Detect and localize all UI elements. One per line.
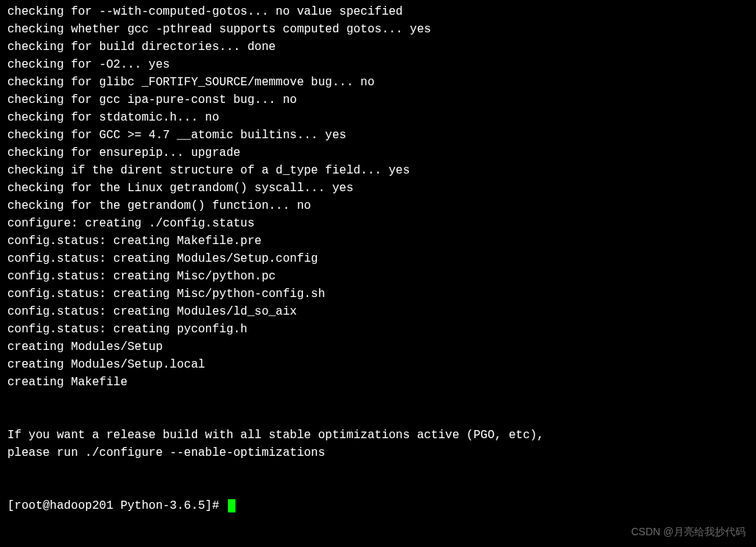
output-line — [7, 479, 749, 497]
output-line: please run ./configure --enable-optimiza… — [7, 444, 749, 462]
output-line: checking for gcc ipa-pure-const bug... n… — [7, 91, 749, 109]
output-line: config.status: creating Makefile.pre — [7, 232, 749, 250]
terminal-output: checking for --with-computed-gotos... no… — [7, 3, 749, 497]
output-line: creating Modules/Setup.local — [7, 356, 749, 373]
output-line: config.status: creating Misc/python.pc — [7, 268, 749, 285]
output-line: checking for ensurepip... upgrade — [7, 144, 749, 162]
output-line: checking for glibc _FORTIFY_SOURCE/memmo… — [7, 74, 749, 91]
output-line: If you want a release build with all sta… — [7, 426, 749, 444]
watermark-text: CSDN @月亮给我抄代码 — [631, 524, 746, 540]
output-line: checking for GCC >= 4.7 __atomic builtin… — [7, 126, 749, 144]
output-line — [7, 391, 749, 409]
output-line: checking for build directories... done — [7, 38, 749, 56]
output-line: checking for -O2... yes — [7, 56, 749, 74]
output-line: config.status: creating Modules/ld_so_ai… — [7, 303, 749, 321]
output-line: creating Makefile — [7, 373, 749, 391]
output-line: checking for the Linux getrandom() sysca… — [7, 179, 749, 197]
output-line — [7, 462, 749, 479]
output-line: checking if the dirent structure of a d_… — [7, 162, 749, 179]
output-line: checking for stdatomic.h... no — [7, 109, 749, 126]
output-line: config.status: creating Modules/Setup.co… — [7, 250, 749, 268]
output-line: checking for --with-computed-gotos... no… — [7, 3, 749, 21]
output-line: checking whether gcc -pthread supports c… — [7, 21, 749, 38]
output-line: config.status: creating Misc/python-conf… — [7, 285, 749, 303]
output-line: creating Modules/Setup — [7, 338, 749, 356]
output-line: configure: creating ./config.status — [7, 215, 749, 232]
cursor-icon — [228, 499, 235, 512]
shell-prompt: [root@hadoop201 Python-3.6.5]# — [7, 497, 227, 515]
output-line — [7, 409, 749, 426]
prompt-line[interactable]: [root@hadoop201 Python-3.6.5]# — [7, 497, 749, 515]
output-line: config.status: creating pyconfig.h — [7, 321, 749, 338]
output-line: checking for the getrandom() function...… — [7, 197, 749, 215]
